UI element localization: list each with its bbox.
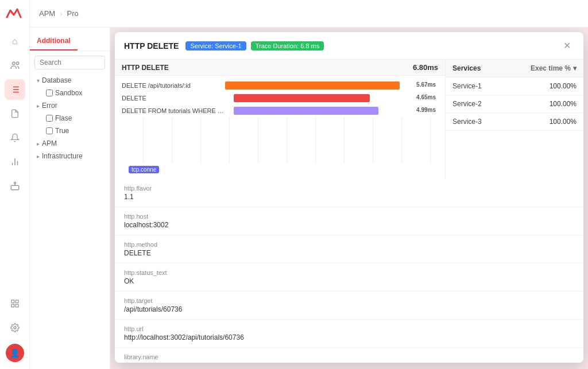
nav-item-flase[interactable]: Flase xyxy=(44,112,105,125)
chevron-right-icon: ▸ xyxy=(37,103,40,109)
nav-label-flase: Flase xyxy=(55,114,72,122)
nav-sub-error: Flase True xyxy=(34,112,105,137)
attr-val-3: OK xyxy=(124,277,574,285)
service-name-0: Service-1 xyxy=(452,82,482,90)
nav-item-infrastructure[interactable]: ▸ Infrastructure xyxy=(34,150,105,162)
trace-total-time: 6.80ms xyxy=(413,63,438,72)
tcp-row: tcp.conne xyxy=(115,163,445,176)
trace-header-label: HTTP DELETE xyxy=(122,64,413,72)
svg-rect-17 xyxy=(11,304,14,307)
attr-key-5: http.url xyxy=(124,325,574,332)
trace-bar-time-2: 4.99ms xyxy=(416,107,436,113)
sort-icon: ▾ xyxy=(573,64,577,72)
sidebar-item-home[interactable]: ⌂ xyxy=(5,31,25,52)
chevron-right-icon-apm: ▸ xyxy=(37,141,40,147)
attr-val-1: localhost:3002 xyxy=(124,221,574,229)
modal: HTTP DELETE Service: Service-1 Trace Dur… xyxy=(115,32,583,363)
svg-point-12 xyxy=(14,182,16,184)
badge-trace: Trace Duration: 6.8 ms xyxy=(251,41,324,51)
service-name-2: Service-3 xyxy=(452,118,482,126)
nav-item-true[interactable]: True xyxy=(44,125,105,137)
logo xyxy=(6,7,24,21)
trace-bar-1 xyxy=(234,94,370,102)
services-panel: Services Exec time % ▾ Service-1 100.00% xyxy=(446,60,583,179)
service-pct-2: 100.00% xyxy=(550,118,577,126)
sidebar-item-grid[interactable] xyxy=(5,293,25,314)
attr-row-3: http.status_text OK xyxy=(115,263,583,292)
sidebar: ⌂ 👤 xyxy=(0,0,30,369)
breadcrumb-apm: APM xyxy=(39,9,55,18)
svg-rect-15 xyxy=(11,300,14,303)
sidebar-item-team[interactable] xyxy=(5,55,25,76)
attributes-section: http.flavor 1.1 http.host localhost:3002… xyxy=(115,179,583,363)
attr-key-6: library.name xyxy=(124,354,574,360)
trace-bar-time-1: 4.65ms xyxy=(416,94,436,100)
attr-row-0: http.flavor 1.1 xyxy=(115,179,583,207)
service-row-0: Service-1 100.00% xyxy=(446,77,583,95)
sidebar-item-chart[interactable] xyxy=(5,152,25,172)
service-row-1: Service-2 100.00% xyxy=(446,95,583,113)
main-content: APM › Pro Additional ▾ Database Sandbox xyxy=(30,0,588,369)
svg-point-0 xyxy=(12,62,15,65)
nav-section: ▾ Database Sandbox ▸ Error Flase xyxy=(30,74,110,162)
trace-rows: DELETE /api/tutorials/:id 5.67ms xyxy=(115,76,445,179)
services-rows: Service-1 100.00% Service-2 100.00% Serv… xyxy=(446,77,583,131)
attr-key-0: http.flavor xyxy=(124,185,574,192)
services-sort-label: Exec time % xyxy=(531,64,571,72)
sidebar-item-bell[interactable] xyxy=(5,127,25,148)
nav-label-error: Error xyxy=(42,102,57,110)
nav-label-apm: APM xyxy=(42,139,57,147)
attr-row-4: http.target /api/tutorials/60736 xyxy=(115,292,583,320)
attr-row-6: library.name @opentelemetry/instrumentat… xyxy=(115,348,583,363)
sidebar-item-settings[interactable] xyxy=(5,317,25,338)
sidebar-item-file[interactable] xyxy=(5,103,25,124)
services-sort-button[interactable]: Exec time % ▾ xyxy=(531,64,577,72)
attr-val-4: /api/tutorials/60736 xyxy=(124,305,574,313)
nav-sub-database: Sandbox xyxy=(34,87,105,99)
sidebar-item-bot[interactable] xyxy=(5,176,25,196)
nav-label-sandbox: Sandbox xyxy=(55,89,82,97)
trace-row-0: DELETE /api/tutorials/:id 5.67ms xyxy=(115,79,445,92)
attr-key-1: http.host xyxy=(124,213,574,220)
chevron-right-icon-infra: ▸ xyxy=(37,153,40,160)
service-pct-0: 100.00% xyxy=(550,82,577,90)
checkbox-sandbox[interactable] xyxy=(46,90,53,96)
sidebar-item-list[interactable] xyxy=(5,79,25,100)
breadcrumb-pro: Pro xyxy=(67,9,79,18)
attr-val-2: DELETE xyxy=(124,249,574,257)
svg-rect-16 xyxy=(16,300,18,303)
svg-point-1 xyxy=(16,62,19,65)
attr-key-2: http.method xyxy=(124,241,574,248)
services-title: Services xyxy=(452,64,481,72)
nav-item-sandbox[interactable]: Sandbox xyxy=(44,87,105,99)
modal-overlay: HTTP DELETE Service: Service-1 Trace Dur… xyxy=(110,28,588,369)
svg-rect-11 xyxy=(11,185,19,190)
nav-label-infrastructure: Infrastructure xyxy=(42,152,83,160)
service-row-2: Service-3 100.00% xyxy=(446,113,583,131)
avatar[interactable]: 👤 xyxy=(6,344,24,362)
nav-item-error[interactable]: ▸ Error xyxy=(34,99,105,112)
left-panel: Additional ▾ Database Sandbox ▸ Error xyxy=(30,28,110,369)
modal-close-button[interactable]: ✕ xyxy=(560,39,574,52)
attr-val-5: http://localhost:3002/api/tutorials/6073… xyxy=(124,333,574,341)
svg-rect-18 xyxy=(16,304,18,307)
service-pct-1: 100.00% xyxy=(550,100,577,108)
left-panel-tabs: Additional xyxy=(30,32,110,51)
attr-row-2: http.method DELETE xyxy=(115,235,583,263)
tcp-label: tcp.conne xyxy=(129,166,159,173)
right-area: HTTP DELETE Service: Service-1 Trace Dur… xyxy=(110,28,588,369)
services-header: Services Exec time % ▾ xyxy=(446,60,583,77)
checkbox-true[interactable] xyxy=(46,127,53,134)
nav-item-database[interactable]: ▾ Database xyxy=(34,74,105,87)
trace-bar-area-1: 4.65ms xyxy=(225,93,438,103)
attr-key-3: http.status_text xyxy=(124,269,574,276)
chevron-down-icon: ▾ xyxy=(37,77,40,84)
search-input[interactable] xyxy=(34,56,105,69)
badge-service: Service: Service-1 xyxy=(185,41,246,51)
tab-additional[interactable]: Additional xyxy=(30,32,78,51)
nav-item-apm[interactable]: ▸ APM xyxy=(34,137,105,150)
top-bar: APM › Pro xyxy=(30,0,588,28)
trace-row-2: DELETE FROM tutorials WHERE id = ? 4.99m… xyxy=(115,104,445,117)
breadcrumb-sep: › xyxy=(60,9,62,18)
checkbox-flase[interactable] xyxy=(46,115,53,122)
